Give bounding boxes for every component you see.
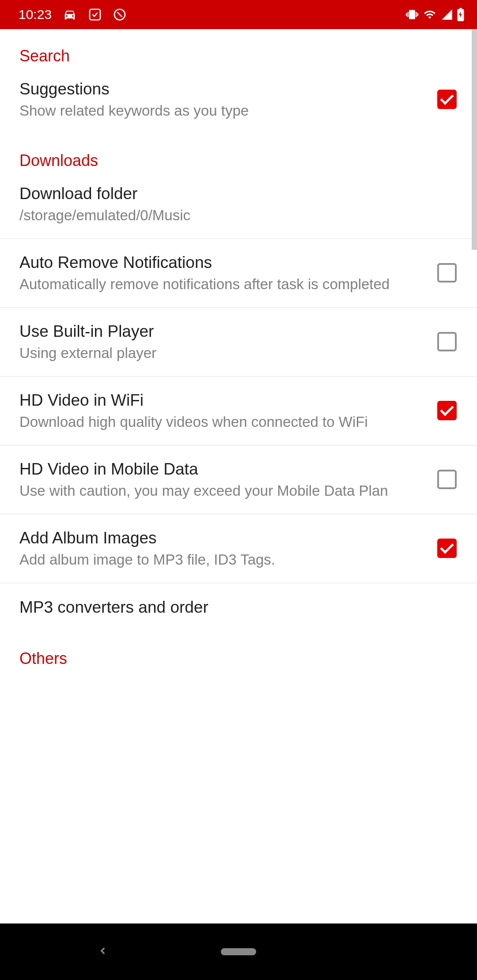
battery-icon	[457, 8, 465, 21]
setting-subtitle: Download high quality videos when connec…	[19, 413, 428, 432]
setting-hd-wifi[interactable]: HD Video in WiFi Download high quality v…	[0, 377, 477, 445]
setting-title: Auto Remove Notifications	[19, 252, 428, 273]
setting-title: Suggestions	[19, 79, 428, 100]
setting-subtitle: Automatically remove notifications after…	[19, 275, 428, 294]
setting-subtitle: Add album image to MP3 file, ID3 Tags.	[19, 550, 428, 569]
scrollbar[interactable]	[472, 29, 477, 250]
status-bar: 10:23	[0, 0, 477, 29]
back-button[interactable]	[97, 945, 109, 958]
app-icon-2	[113, 8, 127, 22]
checkbox-hd-wifi[interactable]	[436, 400, 458, 421]
setting-subtitle: Show related keywords as you type	[19, 102, 428, 121]
setting-title: Add Album Images	[19, 528, 428, 549]
navigation-bar	[0, 923, 477, 980]
setting-download-folder[interactable]: Download folder /storage/emulated/0/Musi…	[0, 170, 477, 239]
home-indicator[interactable]	[221, 948, 256, 955]
checkbox-auto-remove[interactable]	[436, 262, 458, 283]
setting-subtitle: Using external player	[19, 344, 428, 363]
check-icon	[437, 539, 457, 558]
setting-auto-remove-notifications[interactable]: Auto Remove Notifications Automatically …	[0, 239, 477, 308]
checkbox-builtin-player[interactable]	[436, 331, 458, 352]
setting-title: MP3 converters and order	[19, 597, 449, 618]
svg-rect-0	[90, 9, 100, 20]
check-icon	[437, 401, 457, 420]
signal-icon	[441, 8, 453, 21]
checkbox-hd-mobile[interactable]	[436, 469, 458, 490]
check-icon	[437, 90, 457, 109]
status-bar-left: 10:23	[19, 7, 127, 22]
checkbox-empty-icon	[437, 332, 457, 351]
setting-album-images[interactable]: Add Album Images Add album image to MP3 …	[0, 514, 477, 583]
section-header-search: Search	[0, 29, 477, 65]
checkbox-empty-icon	[437, 263, 457, 283]
setting-title: HD Video in WiFi	[19, 390, 428, 411]
wifi-icon	[422, 8, 437, 21]
section-header-others: Others	[0, 632, 477, 677]
setting-suggestions[interactable]: Suggestions Show related keywords as you…	[0, 65, 477, 134]
status-bar-right	[405, 8, 465, 21]
setting-mp3-converters[interactable]: MP3 converters and order	[0, 583, 477, 632]
setting-subtitle: /storage/emulated/0/Music	[19, 206, 449, 225]
setting-title: Use Built-in Player	[19, 321, 428, 342]
car-icon	[62, 8, 77, 21]
setting-title: HD Video in Mobile Data	[19, 459, 428, 480]
setting-hd-mobile[interactable]: HD Video in Mobile Data Use with caution…	[0, 445, 477, 514]
setting-title: Download folder	[19, 183, 449, 204]
app-icon-1	[88, 8, 102, 22]
section-header-downloads: Downloads	[0, 134, 477, 170]
setting-builtin-player[interactable]: Use Built-in Player Using external playe…	[0, 308, 477, 377]
vibrate-icon	[405, 8, 419, 21]
setting-subtitle: Use with caution, you may exceed your Mo…	[19, 482, 428, 501]
checkbox-suggestions[interactable]	[436, 89, 458, 110]
checkbox-empty-icon	[437, 470, 457, 489]
status-time: 10:23	[19, 7, 52, 22]
settings-content[interactable]: Search Suggestions Show related keywords…	[0, 29, 477, 923]
checkbox-album-images[interactable]	[436, 538, 458, 559]
